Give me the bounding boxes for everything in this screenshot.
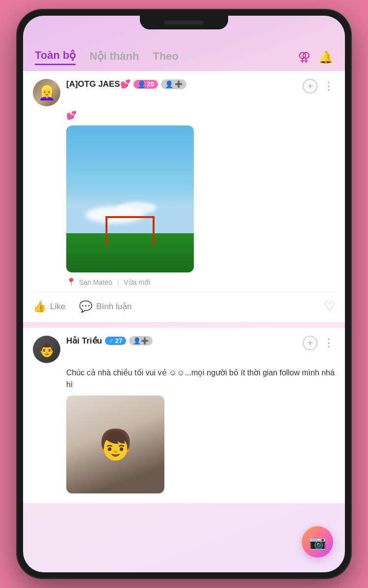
add-button[interactable]: + bbox=[303, 79, 317, 94]
notch-bar bbox=[23, 16, 345, 45]
post-image[interactable] bbox=[66, 125, 194, 272]
post-meta: [A]OTG JAES💕 👤 20 👤➕ bbox=[66, 79, 297, 89]
post-action-bar: 👍 Like 💬 Bình luận ♡ bbox=[33, 293, 335, 322]
post-location: 📍 San Mateo | Vừa mới bbox=[66, 277, 335, 287]
tab-toan-bo[interactable]: Toàn bộ bbox=[35, 49, 76, 65]
tab-noi-thanh[interactable]: Nội thành bbox=[89, 50, 139, 65]
post-text: 💕 bbox=[66, 110, 335, 121]
notification-bell-icon[interactable]: 🔔 bbox=[318, 50, 333, 64]
post-meta-2: Hải Triều ♂ 27 👤➕ bbox=[66, 336, 297, 346]
phone-shell: Toàn bộ Nội thành Theo ⚢ 🔔 👱‍♀️ [A]OTG J… bbox=[17, 10, 351, 578]
male-age-badge: ♂ 27 bbox=[105, 337, 126, 345]
gender-filter-icon[interactable]: ⚢ bbox=[298, 49, 311, 65]
post-card-2: 👨 Hải Triều ♂ 27 👤➕ + bbox=[23, 328, 345, 503]
comment-icon: 💬 bbox=[79, 300, 92, 313]
camera-fab-button[interactable]: 📷 bbox=[302, 526, 333, 558]
follower-badge: 👤 20 bbox=[133, 80, 158, 89]
notch-cutout bbox=[140, 16, 228, 29]
follow-badge: 👤➕ bbox=[161, 79, 186, 89]
post-username: [A]OTG JAES💕 👤 20 👤➕ bbox=[66, 79, 297, 89]
add-button-2[interactable]: + bbox=[303, 336, 317, 350]
like-icon: 👍 bbox=[33, 300, 46, 313]
post-image-2[interactable]: 👦 bbox=[66, 395, 164, 493]
speaker bbox=[164, 21, 204, 24]
tab-theo[interactable]: Theo bbox=[153, 50, 179, 65]
phone-screen: Toàn bộ Nội thành Theo ⚢ 🔔 👱‍♀️ [A]OTG J… bbox=[23, 16, 345, 572]
post-actions-top: + ⋮ bbox=[303, 79, 335, 94]
more-options-button[interactable]: ⋮ bbox=[323, 80, 335, 93]
tab-icons: ⚢ 🔔 bbox=[298, 49, 333, 65]
like-button[interactable]: 👍 Like bbox=[33, 300, 65, 313]
heart-button[interactable]: ♡ bbox=[324, 299, 335, 314]
post-header: 👱‍♀️ [A]OTG JAES💕 👤 20 👤➕ bbox=[33, 79, 335, 106]
avatar-2[interactable]: 👨 bbox=[33, 336, 60, 363]
post-header-2: 👨 Hải Triều ♂ 27 👤➕ + bbox=[33, 336, 335, 363]
post-username-2: Hải Triều ♂ 27 👤➕ bbox=[66, 336, 297, 346]
post-card: 👱‍♀️ [A]OTG JAES💕 👤 20 👤➕ bbox=[23, 71, 345, 322]
camera-icon: 📷 bbox=[309, 534, 326, 550]
feed: 👱‍♀️ [A]OTG JAES💕 👤 20 👤➕ bbox=[23, 71, 345, 564]
location-pin-icon: 📍 bbox=[66, 277, 76, 287]
post-text-2: Chúc cả nhà chiều tối vui vẻ ☺️☺️...mọi … bbox=[66, 367, 335, 391]
avatar[interactable]: 👱‍♀️ bbox=[33, 79, 60, 106]
more-options-button-2[interactable]: ⋮ bbox=[323, 337, 335, 349]
comment-button[interactable]: 💬 Bình luận bbox=[79, 300, 131, 313]
follow-badge-2: 👤➕ bbox=[129, 336, 153, 345]
tab-header: Toàn bộ Nội thành Theo ⚢ 🔔 bbox=[23, 45, 345, 71]
post-actions-top-2: + ⋮ bbox=[303, 336, 335, 350]
